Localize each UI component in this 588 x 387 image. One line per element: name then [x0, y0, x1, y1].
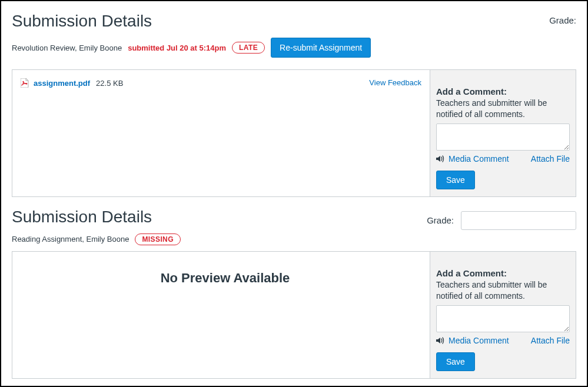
comment-note: Teachers and submitter will be notified … [436, 279, 570, 302]
file-size: 22.5 KB [96, 79, 123, 88]
content-box: assignment.pdf 22.5 KB View Feedback Add… [12, 69, 576, 197]
late-badge: LATE [232, 42, 265, 54]
comment-sidebar: Add a Comment: Teachers and submitter wi… [430, 70, 576, 196]
section-header: Submission Details Reading Assignment, E… [12, 208, 576, 251]
media-comment-link[interactable]: Media Comment [449, 154, 509, 164]
comment-title: Add a Comment: [436, 268, 570, 278]
content-box: No Preview Available Add a Comment: Teac… [12, 251, 576, 379]
grade-input[interactable] [461, 211, 576, 230]
pdf-icon [21, 78, 29, 88]
comment-title: Add a Comment: [436, 86, 570, 96]
subheader-row: Reading Assignment, Emily Boone MISSING [12, 233, 181, 245]
comment-sidebar: Add a Comment: Teachers and submitter wi… [430, 252, 576, 378]
grade-container: Grade: [549, 15, 576, 25]
no-preview-label: No Preview Available [21, 260, 430, 286]
file-link[interactable]: assignment.pdf [34, 79, 90, 88]
file-row: assignment.pdf 22.5 KB [21, 78, 430, 88]
page-title: Submission Details [12, 12, 371, 31]
grade-label: Grade: [427, 215, 454, 225]
comment-actions: Media Comment Attach File [436, 154, 570, 164]
media-comment-group[interactable]: Media Comment [436, 336, 509, 345]
attach-file-link[interactable]: Attach File [531, 336, 570, 345]
grade-container: Grade: [427, 211, 576, 230]
comment-textarea[interactable] [436, 124, 570, 151]
subheader-row: Revolution Review, Emily Boone submitted… [12, 38, 371, 58]
missing-badge: MISSING [135, 233, 180, 245]
comment-textarea[interactable] [436, 305, 570, 332]
content-main: assignment.pdf 22.5 KB View Feedback [12, 70, 430, 196]
submission-section-1: Submission Details Revolution Review, Em… [12, 12, 576, 197]
submitted-timestamp: submitted Jul 20 at 5:14pm [128, 44, 226, 52]
header-left: Submission Details Revolution Review, Em… [12, 12, 371, 65]
assignment-info: Reading Assignment, Emily Boone [12, 235, 129, 243]
comment-actions: Media Comment Attach File [436, 336, 570, 345]
header-left: Submission Details Reading Assignment, E… [12, 208, 181, 251]
volume-icon [436, 155, 445, 162]
grade-label: Grade: [549, 15, 576, 25]
resubmit-button[interactable]: Re-submit Assignment [271, 38, 371, 58]
volume-icon [436, 337, 445, 344]
attach-file-link[interactable]: Attach File [531, 154, 570, 164]
submission-section-2: Submission Details Reading Assignment, E… [12, 208, 576, 379]
view-feedback-link[interactable]: View Feedback [369, 78, 421, 87]
page-title: Submission Details [12, 208, 181, 226]
media-comment-group[interactable]: Media Comment [436, 154, 509, 164]
save-button[interactable]: Save [436, 352, 475, 371]
save-button[interactable]: Save [436, 171, 475, 189]
section-header: Submission Details Revolution Review, Em… [12, 12, 576, 65]
content-main: No Preview Available [12, 252, 430, 378]
comment-note: Teachers and submitter will be notified … [436, 98, 570, 120]
media-comment-link[interactable]: Media Comment [449, 336, 509, 345]
assignment-info: Revolution Review, Emily Boone [12, 44, 122, 52]
